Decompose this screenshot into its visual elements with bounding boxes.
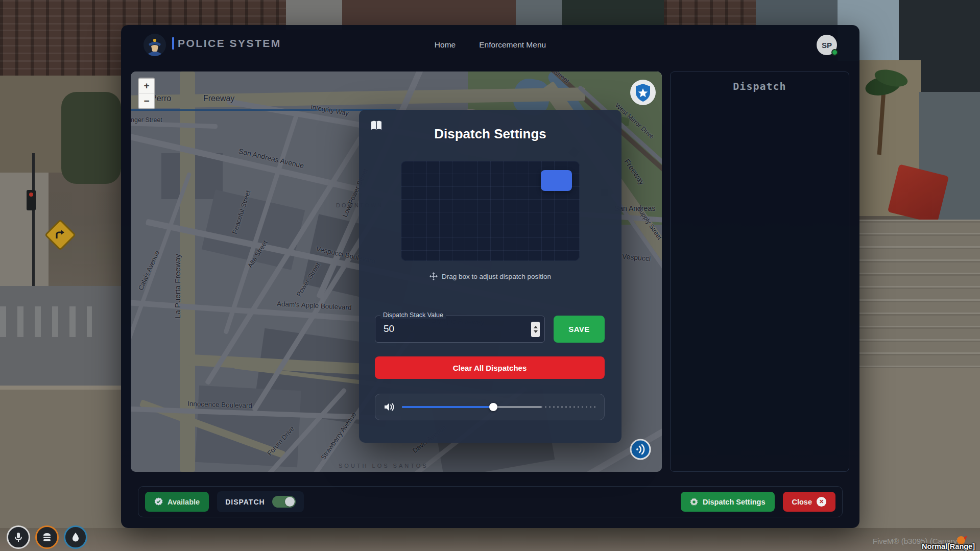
gear-icon [690, 498, 698, 506]
stack-value-label: Dispatch Stack Value [380, 312, 446, 319]
hunger-indicator [35, 525, 59, 549]
dispatch-toggle-group: DISPATCH [217, 491, 303, 512]
volume-control [375, 394, 605, 420]
dispatch-position-drag-area [401, 161, 580, 261]
main-nav: Home Enforcement Menu [121, 25, 859, 65]
thirst-indicator [64, 525, 87, 549]
avatar-initials: SP [822, 41, 832, 50]
zoom-out-button[interactable]: − [139, 93, 154, 108]
map-zoom-control: + − [138, 78, 155, 109]
dispatch-settings-button[interactable]: Dispatch Settings [681, 492, 774, 512]
nav-home[interactable]: Home [435, 40, 456, 50]
dispatch-toggle[interactable] [272, 496, 296, 508]
microphone-icon [13, 532, 24, 543]
clear-all-dispatches-button[interactable]: Clear All Dispatches [375, 356, 605, 379]
dispatch-settings-modal: Dispatch Settings Drag box to adjust dis… [359, 110, 622, 443]
screen: FiveM® (b3095) (Canary) Normal[Range] PO… [0, 0, 980, 551]
drag-hint-text: Drag box to adjust dispatch position [442, 273, 551, 280]
stack-value-stepper[interactable] [531, 322, 540, 337]
stack-value-input[interactable] [383, 320, 510, 338]
online-status-dot [831, 49, 838, 56]
dispatch-list-panel: Dispatch [670, 71, 849, 472]
close-circle-icon: ✕ [817, 497, 826, 507]
available-label: Available [168, 498, 200, 506]
police-badge-marker[interactable] [629, 79, 657, 108]
panel-header: POLICE SYSTEM Home Enforcement Menu SP [121, 25, 859, 65]
move-arrows-icon [429, 272, 438, 280]
water-drop-icon [70, 532, 81, 542]
volume-thumb[interactable] [489, 403, 497, 411]
drag-hint: Drag box to adjust dispatch position [359, 272, 622, 280]
voice-range-text: Normal[Range] [922, 542, 975, 550]
modal-title: Dispatch Settings [359, 126, 622, 142]
close-label: Close [792, 498, 812, 506]
mic-indicator [7, 525, 30, 549]
available-button[interactable]: Available [145, 492, 209, 512]
stack-value-field: Dispatch Stack Value [375, 316, 545, 343]
dispatch-position-box[interactable] [541, 170, 572, 191]
badge-check-icon [154, 497, 163, 506]
speaker-icon [384, 402, 395, 412]
zoom-in-button[interactable]: + [139, 79, 154, 93]
volume-fill [402, 406, 493, 408]
sound-marker[interactable] [629, 438, 652, 463]
footer-bar: Available DISPATCH Dispatch Settings [138, 486, 843, 517]
dispatch-panel-title: Dispatch [671, 80, 849, 92]
save-button[interactable]: SAVE [554, 316, 605, 343]
toggle-knob [285, 497, 295, 507]
volume-slider[interactable] [402, 406, 596, 408]
nav-enforcement-menu[interactable]: Enforcement Menu [479, 40, 546, 50]
dispatch-settings-label: Dispatch Settings [703, 498, 765, 506]
avatar[interactable]: SP [817, 35, 837, 55]
dispatch-toggle-label: DISPATCH [225, 498, 265, 506]
burger-icon [41, 532, 53, 543]
close-button[interactable]: Close ✕ [783, 492, 836, 512]
